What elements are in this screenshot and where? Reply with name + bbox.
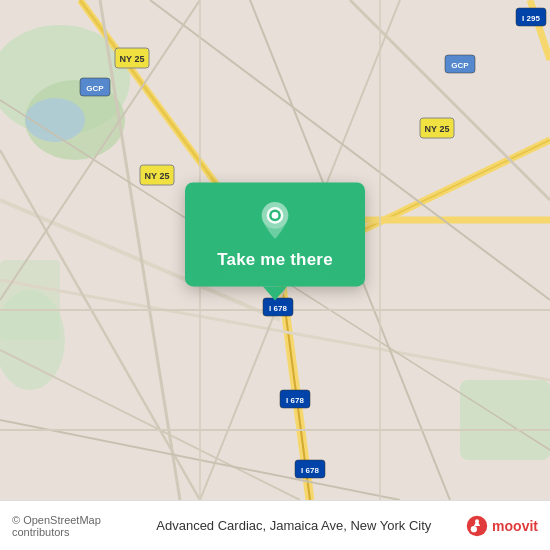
svg-point-54 bbox=[471, 526, 477, 532]
bottom-bar: © OpenStreetMap contributors Advanced Ca… bbox=[0, 500, 550, 550]
svg-text:GCP: GCP bbox=[451, 61, 469, 70]
svg-point-52 bbox=[272, 212, 279, 219]
location-pin-icon bbox=[255, 200, 295, 240]
popup-card: Take me there bbox=[185, 182, 365, 286]
take-me-there-button[interactable]: Take me there bbox=[217, 248, 333, 272]
svg-text:I 678: I 678 bbox=[269, 304, 287, 313]
svg-text:I 678: I 678 bbox=[301, 466, 319, 475]
place-name: Advanced Cardiac, Jamaica Ave, New York … bbox=[130, 518, 459, 533]
svg-text:GCP: GCP bbox=[86, 84, 104, 93]
svg-rect-3 bbox=[460, 380, 550, 460]
svg-point-55 bbox=[475, 519, 479, 523]
svg-rect-5 bbox=[0, 260, 60, 340]
svg-text:NY 25: NY 25 bbox=[145, 171, 170, 181]
map-container: NY 25 GCP GCP NY 25 I 295 I 678 I 678 I … bbox=[0, 0, 550, 500]
svg-text:NY 25: NY 25 bbox=[425, 124, 450, 134]
copyright-text: © OpenStreetMap contributors bbox=[12, 514, 122, 538]
moovit-brand-text: moovit bbox=[492, 518, 538, 534]
svg-text:I 295: I 295 bbox=[522, 14, 540, 23]
svg-text:NY 25: NY 25 bbox=[120, 54, 145, 64]
moovit-icon bbox=[466, 515, 488, 537]
moovit-logo: moovit bbox=[466, 515, 538, 537]
svg-text:I 678: I 678 bbox=[286, 396, 304, 405]
